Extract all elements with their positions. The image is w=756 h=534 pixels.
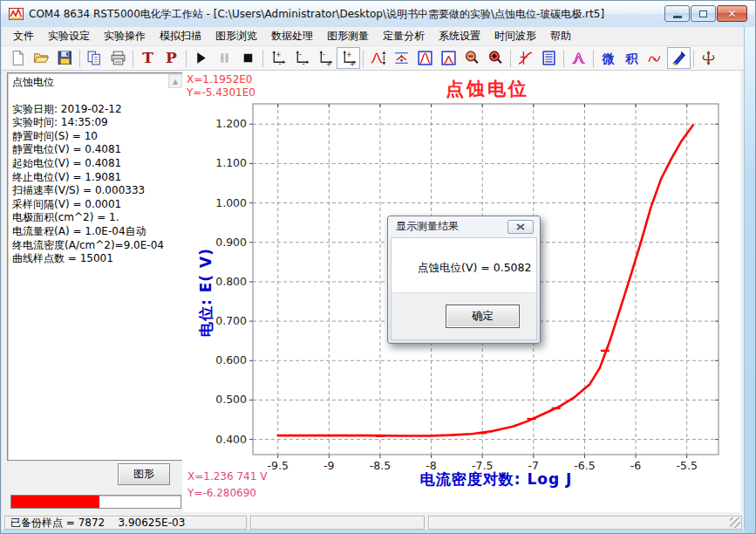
- svg-text:+: +: [350, 59, 356, 66]
- experiment-param-line: 静置时间(S) = 10: [12, 130, 166, 144]
- maximize-button[interactable]: [691, 5, 716, 22]
- quadrant-plus-plus-icon[interactable]: ++: [337, 47, 360, 69]
- y-axis-title: 电位: E( V): [196, 248, 216, 337]
- maximize-icon: [699, 10, 707, 17]
- menu-item-图形测量[interactable]: 图形测量: [320, 27, 376, 45]
- menu-item-图形浏览[interactable]: 图形浏览: [208, 27, 264, 45]
- status-bar: 已备份样点 = 7872 3.90625E-03: [2, 514, 745, 531]
- zoom-out-icon[interactable]: [460, 47, 484, 69]
- close-button[interactable]: ✕: [717, 5, 747, 22]
- peak-overlay-icon[interactable]: [567, 47, 590, 69]
- app-window: COM4 8634 RST5000电化学工作站 - [C:\Users\Admi…: [0, 0, 756, 534]
- experiment-param-line: 终止电位(V) = 1.9081: [12, 171, 166, 185]
- experiment-param-line: 电流量程(A) = 1.0E-04自动: [12, 225, 166, 239]
- experiment-info-panel: 点蚀电位实验日期: 2019-02-12实验时间: 14:35:09静置时间(S…: [7, 72, 184, 461]
- menu-item-实验设定[interactable]: 实验设定: [41, 27, 97, 45]
- print-icon[interactable]: [106, 47, 130, 69]
- view-full-icon[interactable]: [413, 47, 437, 69]
- svg-text:-: -: [303, 59, 305, 66]
- resize-grip[interactable]: [730, 517, 740, 528]
- menu-item-帮助[interactable]: 帮助: [543, 27, 578, 45]
- sidebar-scrollbar[interactable]: ▲: [168, 74, 182, 459]
- svg-text:0.900: 0.900: [215, 236, 247, 249]
- measurement-result-dialog: 显示测量结果 点蚀电位(V) = 0.5082 确定: [387, 216, 541, 344]
- integral-icon[interactable]: 积: [620, 47, 644, 69]
- curve-cursor-icon[interactable]: [514, 47, 537, 69]
- open-file-icon[interactable]: [30, 47, 53, 69]
- stop-icon[interactable]: [236, 47, 260, 69]
- quadrant-minus-minus-icon[interactable]: --: [289, 47, 313, 69]
- view-peak-icon[interactable]: [437, 47, 460, 69]
- minimize-button[interactable]: [664, 5, 690, 22]
- text-t-icon[interactable]: T: [136, 47, 160, 69]
- axes-3d-icon[interactable]: [697, 47, 720, 69]
- derivative-icon[interactable]: 微: [596, 47, 620, 69]
- menu-item-模拟扫描[interactable]: 模拟扫描: [153, 27, 208, 45]
- toolbar-separator: [563, 50, 564, 67]
- experiment-param-line: 静置电位(V) = 0.4081: [12, 143, 166, 157]
- pause-icon: [213, 47, 236, 69]
- experiment-param-line: 扫描速率(V/S) = 0.000333: [12, 184, 166, 198]
- quadrant-minus-plus-icon[interactable]: -+: [313, 47, 337, 69]
- progress-bar: [10, 495, 181, 509]
- x-axis-title: 电流密度对数: Log J: [252, 469, 740, 490]
- menu-item-实验操作[interactable]: 实验操作: [97, 27, 153, 45]
- menu-item-文件[interactable]: 文件: [6, 27, 41, 45]
- close-icon: [516, 223, 525, 230]
- window-controls: ✕: [664, 5, 747, 22]
- experiment-param-line: 实验日期: 2019-02-12: [12, 103, 166, 117]
- svg-text:0.500: 0.500: [215, 393, 247, 406]
- dialog-ok-button[interactable]: 确定: [446, 305, 520, 328]
- zoom-in-icon[interactable]: [484, 47, 507, 69]
- dialog-title: 显示测量结果: [396, 219, 459, 234]
- toolbar-separator: [262, 50, 263, 67]
- dialog-title-bar[interactable]: 显示测量结果: [388, 216, 540, 236]
- svg-text:-: -: [323, 50, 325, 58]
- close-icon: ✕: [727, 9, 736, 19]
- scroll-up-icon[interactable]: ▲: [168, 74, 182, 88]
- svg-text:+: +: [276, 50, 282, 58]
- window-title: COM4 8634 RST5000电化学工作站 - [C:\Users\Admi…: [29, 7, 604, 22]
- copy-icon[interactable]: [83, 47, 106, 69]
- toolbar: TP+----+++微积: [2, 46, 745, 71]
- measure-icon[interactable]: [667, 47, 691, 69]
- experiment-name: 点蚀电位: [12, 76, 166, 90]
- status-samples: 已备份样点 = 7872 3.90625E-03: [4, 516, 247, 530]
- autofit-y-icon[interactable]: [366, 47, 390, 69]
- toolbar-separator: [133, 50, 133, 67]
- text-p-icon[interactable]: P: [160, 47, 183, 69]
- window-border-bottom: [1, 530, 745, 533]
- svg-text:0.400: 0.400: [215, 433, 247, 446]
- svg-text:-: -: [299, 50, 302, 58]
- menu-item-系统设置[interactable]: 系统设置: [432, 27, 487, 45]
- compress-y-icon[interactable]: [390, 47, 413, 69]
- main-content: 点蚀电位实验日期: 2019-02-12实验时间: 14:35:09静置时间(S…: [2, 71, 745, 512]
- toolbar-separator: [363, 50, 364, 67]
- title-bar[interactable]: COM4 8634 RST5000电化学工作站 - [C:\Users\Admi…: [1, 1, 755, 28]
- run-icon[interactable]: [189, 47, 213, 69]
- experiment-param-line: 采样间隔(V) = 0.0001: [12, 198, 166, 212]
- progress-fill: [11, 496, 99, 508]
- toolbar-separator: [186, 50, 187, 67]
- cursor-readout-bottom: X=1.236 741 V Y=-6.280690: [187, 469, 267, 502]
- experiment-param-line: 电极面积(cm^2) = 1.: [12, 211, 166, 225]
- smooth-curve-icon[interactable]: [644, 47, 667, 69]
- toolbar-separator: [593, 50, 594, 67]
- svg-text:-: -: [279, 59, 282, 66]
- data-table-icon[interactable]: [537, 47, 561, 69]
- svg-text:1.000: 1.000: [215, 196, 247, 209]
- dialog-close-button[interactable]: [507, 220, 534, 234]
- menu-item-时间波形[interactable]: 时间波形: [487, 27, 543, 45]
- quadrant-plus-minus-icon[interactable]: +-: [266, 47, 289, 69]
- dialog-body: 点蚀电位(V) = 0.5082 确定: [391, 237, 537, 340]
- svg-text:1.200: 1.200: [215, 117, 247, 130]
- save-icon[interactable]: [53, 47, 77, 69]
- new-file-icon[interactable]: [6, 47, 30, 69]
- menu-item-数据处理[interactable]: 数据处理: [264, 27, 320, 45]
- svg-text:1.100: 1.100: [215, 156, 247, 169]
- app-icon: [9, 7, 24, 22]
- menu-item-定量分析[interactable]: 定量分析: [376, 27, 432, 45]
- graph-button[interactable]: 图形: [118, 463, 170, 485]
- dialog-message: 点蚀电位(V) = 0.5082: [392, 238, 536, 276]
- svg-text:+: +: [326, 59, 332, 66]
